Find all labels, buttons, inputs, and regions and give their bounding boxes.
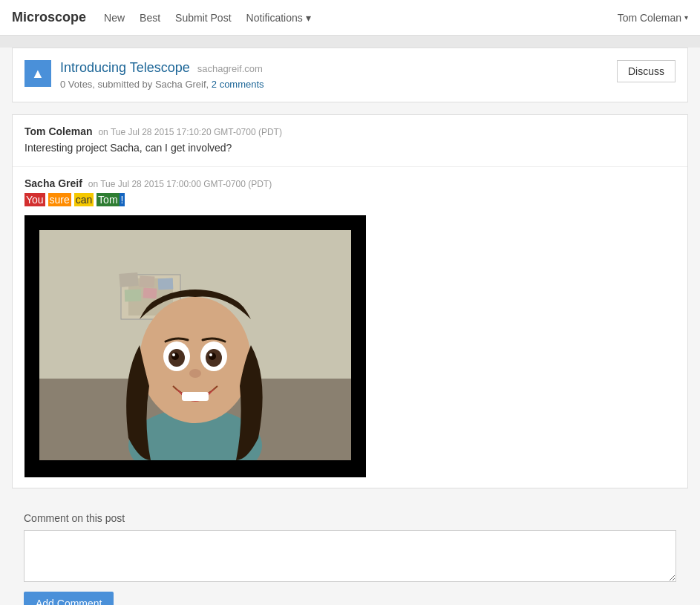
- comments-section: Tom Coleman on Tue Jul 28 2015 17:10:20 …: [12, 114, 688, 488]
- post-meta: 0 Votes, submitted by Sacha Greif, 2 com…: [60, 79, 264, 90]
- add-comment-button[interactable]: Add Comment: [24, 592, 114, 605]
- username-label: Tom Coleman: [618, 12, 681, 24]
- colored-word-exclaim: !: [120, 193, 125, 206]
- nav-link-notifications[interactable]: Notifications ▾: [246, 12, 311, 24]
- add-comment-section: Comment on this post Add Comment: [12, 500, 688, 605]
- brand-logo[interactable]: Microscope: [12, 10, 86, 25]
- svg-point-21: [209, 353, 212, 356]
- user-dropdown-icon: ▾: [684, 13, 688, 22]
- user-menu[interactable]: Tom Coleman ▾: [618, 12, 688, 24]
- notifications-label: Notifications: [246, 12, 303, 24]
- post-info: Introducing Telescope sachagreif.com 0 V…: [60, 60, 264, 90]
- comment-2-date: on Tue Jul 28 2015 17:00:00 GMT-0700 (PD…: [88, 179, 272, 189]
- svg-point-13: [140, 297, 251, 423]
- svg-rect-7: [125, 290, 142, 302]
- svg-point-18: [171, 353, 179, 360]
- add-comment-label: Comment on this post: [24, 512, 676, 524]
- post-card: ▲ Introducing Telescope sachagreif.com 0…: [12, 48, 688, 102]
- svg-rect-8: [143, 287, 157, 298]
- nav-link-best[interactable]: Best: [140, 12, 160, 24]
- svg-rect-9: [158, 278, 174, 290]
- post-votes-text: 0 Votes, submitted by Sacha Greif,: [60, 79, 209, 90]
- post-title[interactable]: Introducing Telescope: [60, 60, 190, 75]
- vote-button[interactable]: ▲: [24, 60, 51, 87]
- svg-point-20: [172, 353, 175, 356]
- colored-word-can: can: [74, 193, 94, 206]
- post-left: ▲ Introducing Telescope sachagreif.com 0…: [24, 60, 264, 90]
- svg-point-22: [189, 369, 201, 378]
- comment-1-header: Tom Coleman on Tue Jul 28 2015 17:10:20 …: [24, 125, 676, 137]
- comment-2-body: You sure can Tom!: [24, 192, 676, 208]
- comment-1-body: Interesting project Sacha, can I get inv…: [24, 140, 676, 156]
- svg-point-19: [209, 353, 216, 360]
- comment-2-header: Sacha Greif on Tue Jul 28 2015 17:00:00 …: [24, 177, 676, 189]
- post-title-row: Introducing Telescope sachagreif.com: [60, 60, 264, 76]
- colored-word-tom: Tom: [97, 193, 119, 206]
- comment-2-author: Sacha Greif: [24, 177, 82, 189]
- svg-rect-5: [119, 272, 138, 287]
- meme-image-wrapper: [24, 215, 366, 477]
- navbar: Microscope New Best Submit Post Notifica…: [0, 0, 700, 36]
- comment-textarea[interactable]: [24, 530, 676, 582]
- svg-rect-6: [140, 275, 155, 287]
- nav-link-new[interactable]: New: [104, 12, 125, 24]
- main-content: ▲ Introducing Telescope sachagreif.com 0…: [0, 48, 700, 605]
- nav-links: New Best Submit Post Notifications ▾: [104, 12, 618, 24]
- discuss-button[interactable]: Discuss: [617, 60, 676, 82]
- comment-1: Tom Coleman on Tue Jul 28 2015 17:10:20 …: [13, 115, 687, 167]
- notifications-chevron-icon: ▾: [306, 12, 311, 24]
- comment-1-date: on Tue Jul 28 2015 17:10:20 GMT-0700 (PD…: [98, 127, 281, 137]
- nav-link-submit[interactable]: Submit Post: [175, 12, 231, 24]
- comment-2: Sacha Greif on Tue Jul 28 2015 17:00:00 …: [13, 167, 687, 488]
- post-domain: sachagreif.com: [197, 63, 263, 74]
- meme-image: [39, 230, 351, 460]
- space-1: [45, 194, 48, 206]
- svg-rect-23: [182, 392, 209, 401]
- colored-word-you: You: [24, 193, 45, 206]
- post-comments-link[interactable]: 2 comments: [212, 79, 264, 90]
- colored-word-sure: sure: [48, 193, 71, 206]
- comment-1-author: Tom Coleman: [24, 125, 93, 137]
